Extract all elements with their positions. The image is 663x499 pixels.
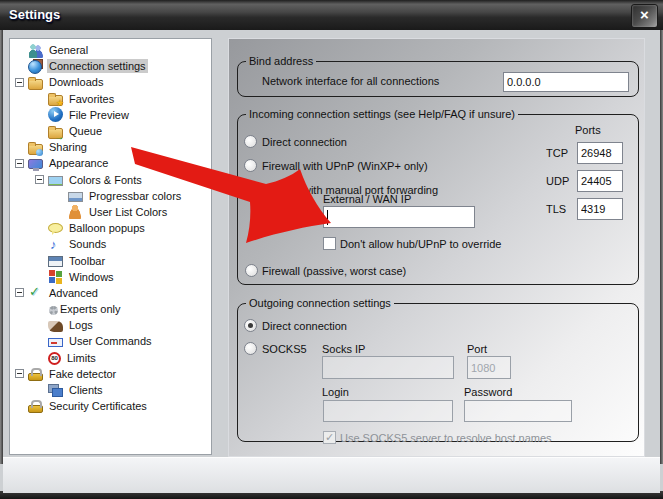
tree-item-general[interactable]: General (10, 42, 211, 58)
content-panel: Bind address Network interface for all c… (228, 38, 645, 457)
ports-column-label: Ports (575, 124, 601, 136)
queue-icon (48, 128, 63, 139)
tree-item-limits[interactable]: 80Limits (10, 350, 211, 366)
tree-item-label: Experts only (58, 302, 123, 316)
tree-item-label: Windows (67, 270, 116, 284)
tls-port-input[interactable] (577, 198, 623, 220)
tree-item-windows[interactable]: Windows (10, 269, 211, 285)
limits-icon: 80 (48, 352, 61, 365)
udp-port-input[interactable] (577, 170, 623, 192)
socks-password-label: Password (464, 386, 512, 398)
radio-direct-connection[interactable] (244, 135, 257, 148)
radio-firewall-passive-label: Firewall (passive, worst case) (262, 265, 406, 277)
tree-item-label: Balloon popups (67, 221, 147, 235)
tcp-port-label: TCP (546, 147, 568, 159)
tree-item-balloon-popups[interactable]: Balloon popups (10, 220, 211, 236)
tree-item-label: Security Certificates (47, 399, 149, 413)
incoming-settings-group: Incoming connection settings (see Help/F… (237, 108, 639, 285)
radio-firewall-upnp[interactable] (244, 159, 257, 172)
logs-icon (48, 321, 63, 332)
bind-address-group: Bind address Network interface for all c… (237, 55, 639, 97)
tree-item-label: Downloads (47, 75, 105, 89)
tls-port-label: TLS (546, 203, 566, 215)
tree-item-toolbar[interactable]: Toolbar (10, 252, 211, 268)
expander-minus-icon[interactable] (15, 288, 24, 297)
tree-item-label: Advanced (47, 286, 100, 300)
socks-ip-input[interactable] (322, 356, 454, 379)
tree-item-label: Limits (65, 351, 98, 365)
tree-item-label: Fake detector (47, 367, 118, 381)
tree-item-label: User List Colors (87, 205, 169, 219)
bind-address-legend: Bind address (246, 55, 316, 67)
override-checkbox-label: Don't allow hub/UPnP to override (340, 238, 502, 250)
socks-login-input[interactable] (323, 400, 453, 422)
tree-item-security-certificates[interactable]: Security Certificates (10, 398, 211, 414)
external-wan-ip-label: External / WAN IP (323, 193, 411, 205)
tree-item-label: General (47, 43, 90, 57)
tree-item-queue[interactable]: Queue (10, 123, 211, 139)
expander-minus-icon[interactable] (15, 369, 24, 378)
tree-item-sharing[interactable]: Sharing (10, 139, 211, 155)
radio-manual-port-forwarding[interactable] (244, 183, 257, 196)
file-preview-icon (48, 107, 63, 122)
window-title: Settings (9, 7, 60, 22)
outgoing-settings-group: Outgoing connection settings Direct conn… (237, 297, 639, 442)
tree-item-favorites[interactable]: Favorites (10, 91, 211, 107)
radio-outgoing-direct-label: Direct connection (262, 320, 347, 332)
colors-fonts-icon (48, 176, 63, 186)
tree-item-colors-fonts[interactable]: Colors & Fonts (10, 172, 211, 188)
tree-item-label: Queue (67, 124, 104, 138)
appearance-icon (28, 159, 43, 169)
expander-minus-icon[interactable] (35, 175, 44, 184)
tree-item-label: Logs (67, 318, 95, 332)
tree-item-label: Colors & Fonts (67, 173, 144, 187)
tree-item-experts-only[interactable]: Experts only (10, 301, 211, 317)
radio-socks5[interactable] (244, 342, 257, 355)
progressbar-icon (68, 192, 83, 202)
tree-item-label: Sounds (67, 237, 108, 251)
tree-item-sounds[interactable]: Sounds (10, 236, 211, 252)
tree-item-progressbar-colors[interactable]: Progressbar colors (10, 188, 211, 204)
socks-ip-label: Socks IP (322, 343, 365, 355)
socks-port-label: Port (467, 343, 487, 355)
socks-port-input[interactable] (467, 356, 511, 379)
tree-item-fake-detector[interactable]: Fake detector (10, 366, 211, 382)
tree-item-logs[interactable]: Logs (10, 317, 211, 333)
expander-minus-icon[interactable] (15, 159, 24, 168)
toolbar-icon (48, 256, 63, 267)
resolve-hostnames-checkbox[interactable] (323, 431, 336, 444)
tree-item-file-preview[interactable]: File Preview (10, 107, 211, 123)
tree-item-label: Clients (67, 383, 105, 397)
radio-firewall-passive[interactable] (245, 264, 258, 277)
tree-item-connection-settings[interactable]: Connection settings (10, 58, 211, 74)
tree-item-advanced[interactable]: Advanced (10, 285, 211, 301)
bind-interface-input[interactable] (503, 72, 629, 92)
tree-item-downloads[interactable]: Downloads (10, 74, 211, 90)
override-checkbox[interactable] (323, 237, 336, 250)
balloon-icon (48, 223, 63, 233)
tree-item-clients[interactable]: Clients (10, 382, 211, 398)
expander-minus-icon[interactable] (15, 78, 24, 87)
socks-password-input[interactable] (464, 400, 572, 422)
tree-item-label: Sharing (47, 140, 89, 154)
tcp-port-input[interactable] (577, 142, 623, 164)
bind-interface-label: Network interface for all connections (262, 75, 439, 87)
tree-item-appearance[interactable]: Appearance (10, 155, 211, 171)
tree-item-user-commands[interactable]: User Commands (10, 333, 211, 349)
radio-outgoing-direct[interactable] (244, 319, 257, 332)
radio-firewall-upnp-label: Firewall with UPnP (WinXP+ only) (262, 160, 428, 172)
user-commands-icon (48, 338, 63, 347)
advanced-icon (28, 285, 43, 300)
downloads-icon (28, 79, 43, 90)
fake-detector-icon (28, 373, 43, 381)
favorites-icon (48, 95, 63, 106)
tree-item-label: File Preview (67, 108, 131, 122)
outgoing-settings-legend: Outgoing connection settings (246, 297, 394, 309)
sounds-icon (48, 237, 63, 252)
experts-icon (49, 306, 58, 315)
external-wan-ip-input[interactable] (323, 206, 475, 228)
udp-port-label: UDP (546, 175, 569, 187)
titlebar[interactable]: Settings × (0, 0, 663, 30)
tree-item-user-list-colors[interactable]: User List Colors (10, 204, 211, 220)
close-button[interactable]: × (631, 4, 658, 28)
